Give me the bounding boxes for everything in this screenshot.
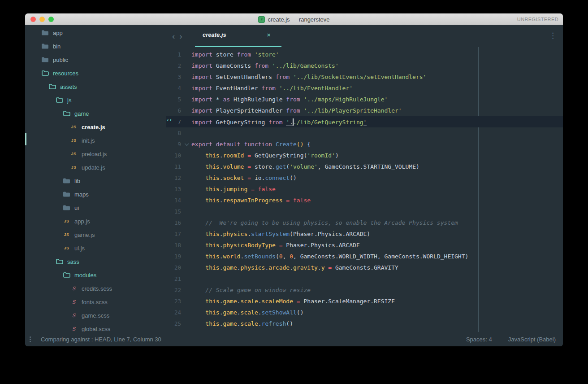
code-lines: 1import store from 'store'2import GameCo… <box>166 49 563 329</box>
code-line-23[interactable]: 23 this.game.scale.scaleMode = Phaser.Sc… <box>166 296 563 307</box>
sidebar-item-sass[interactable]: sass <box>25 255 166 268</box>
tab-close-icon[interactable]: × <box>267 31 271 39</box>
status-menu-icon[interactable] <box>30 336 31 342</box>
folder-open-icon <box>63 111 70 116</box>
code-line-9[interactable]: 9export default function Create() { <box>166 139 563 150</box>
code-text: import SetEventHandlers from '../lib/Soc… <box>191 74 426 80</box>
tree-item-label: assets <box>60 83 77 90</box>
folder-closed-icon <box>63 192 70 197</box>
folder-closed-icon <box>41 30 49 35</box>
sidebar-item-ui[interactable]: ui <box>25 201 166 214</box>
code-line-6[interactable]: 6import PlayerSpriteHandler from '../lib… <box>166 105 563 116</box>
sidebar-item-maps[interactable]: maps <box>25 188 166 201</box>
tree-item-label: public <box>53 57 68 63</box>
sidebar-item-lib[interactable]: lib <box>25 174 166 188</box>
code-line-2[interactable]: 2import GameConsts from '../lib/GameCons… <box>166 60 563 71</box>
indentation-status[interactable]: Spaces: 4 <box>466 336 492 343</box>
tab-label: create.js <box>203 31 226 38</box>
syntax-status[interactable]: JavaScript (Babel) <box>508 336 556 343</box>
sidebar-selection-indicator <box>25 133 26 145</box>
folder-closed-icon <box>63 178 70 183</box>
tree-item-label: credits.scss <box>82 285 112 292</box>
sidebar-item-preload-js[interactable]: JSpreload.js <box>25 147 166 161</box>
code-line-7[interactable]: ‘’7import GetQueryString from '../lib/Ge… <box>166 116 563 127</box>
sidebar-item-ui-js[interactable]: JSui.js <box>25 241 166 255</box>
code-text: import PlayerSpriteHandler from '../lib/… <box>191 107 402 114</box>
code-line-4[interactable]: 4import EventHandler from '../lib/EventH… <box>166 83 563 94</box>
tab-create-js[interactable]: create.js × <box>195 25 281 47</box>
code-text: this.respawnInProgress = false <box>191 197 311 204</box>
code-line-16[interactable]: 16 // We're going to be using physics, s… <box>166 217 563 228</box>
code-line-11[interactable]: 11 this.volume = store.get('volume', Gam… <box>166 161 563 172</box>
sidebar-item-resources[interactable]: resources <box>25 66 166 80</box>
tree-item-label: resources <box>53 70 78 77</box>
code-line-18[interactable]: 18 this.physicsBodyType = Phaser.Physics… <box>166 240 563 251</box>
folder-open-icon <box>63 272 70 278</box>
fold-chevron-icon[interactable] <box>185 141 189 146</box>
code-line-3[interactable]: 3import SetEventHandlers from '../lib/So… <box>166 71 563 83</box>
code-text: this.game.physics.arcade.gravity.y = Gam… <box>191 264 398 271</box>
line-number: 7 <box>172 118 181 125</box>
sidebar-item-update-js[interactable]: JSupdate.js <box>25 161 166 174</box>
folder-open-icon <box>48 84 56 89</box>
code-line-8[interactable]: 8 <box>166 127 563 139</box>
code-line-1[interactable]: 1import store from 'store' <box>166 49 563 60</box>
sidebar-item-fonts-scss[interactable]: Sfonts.scss <box>25 295 166 309</box>
code-text: this.game.scale.setShowAll() <box>191 309 304 316</box>
sidebar-item-init-js[interactable]: JSinit.js <box>25 134 166 147</box>
tree-item-label: init.js <box>82 137 95 144</box>
sidebar-item-assets[interactable]: assets <box>25 80 166 93</box>
code-text: export default function Create() { <box>191 141 311 148</box>
line-number: 13 <box>172 186 181 192</box>
code-line-22[interactable]: 22 // Scale game on window resize <box>166 284 563 296</box>
back-arrow-icon[interactable]: ‹ <box>172 32 175 40</box>
sidebar-item-bin[interactable]: bin <box>25 39 166 53</box>
tree-item-label: sass <box>67 258 79 265</box>
code-line-24[interactable]: 24 this.game.scale.setShowAll() <box>166 307 563 318</box>
code-editor[interactable]: 1import store from 'store'2import GameCo… <box>166 47 563 332</box>
tree-item-label: js <box>67 97 71 104</box>
sidebar-item-game-js[interactable]: JSgame.js <box>25 228 166 241</box>
code-line-12[interactable]: 12 this.socket = io.connect() <box>166 172 563 183</box>
line-number: 11 <box>172 163 181 170</box>
code-line-17[interactable]: 17 this.physics.startSystem(Phaser.Physi… <box>166 228 563 240</box>
overflow-menu-icon[interactable]: ⋮ <box>549 31 557 41</box>
sidebar-item-game[interactable]: game <box>25 107 166 120</box>
modified-line-icon: ‘’ <box>166 119 172 125</box>
line-number: 3 <box>172 74 181 80</box>
sidebar-item-game-scss[interactable]: Sgame.scss <box>25 309 166 322</box>
sidebar-item-modules[interactable]: modules <box>25 268 166 282</box>
code-line-15[interactable]: 15 <box>166 206 563 217</box>
line-number: 14 <box>172 197 181 204</box>
code-line-13[interactable]: 13 this.jumping = false <box>166 183 563 195</box>
sidebar-item-create-js[interactable]: JScreate.js <box>25 120 166 134</box>
code-text: import GetQueryString from '../lib/GetQu… <box>191 118 367 126</box>
code-line-5[interactable]: 5import * as HighRuleJungle from '../map… <box>166 94 563 105</box>
sidebar-item-js[interactable]: js <box>25 93 166 107</box>
code-text: this.physicsBodyType = Phaser.Physics.AR… <box>191 242 360 249</box>
forward-arrow-icon[interactable]: › <box>179 32 182 40</box>
code-line-10[interactable]: 10 this.roomId = GetQueryString('roomId'… <box>166 150 563 161</box>
line-number: 18 <box>172 242 181 249</box>
code-line-21[interactable]: 21 <box>166 273 563 284</box>
code-line-20[interactable]: 20 this.game.physics.arcade.gravity.y = … <box>166 262 563 273</box>
line-number: 22 <box>172 287 181 293</box>
tree-item-label: fonts.scss <box>82 299 108 305</box>
editor-pane: ‹ › create.js × ⋮ 1import store from 'st… <box>166 25 563 332</box>
line-number: 23 <box>172 298 181 305</box>
tab-bar: ‹ › create.js × ⋮ <box>166 25 563 47</box>
sidebar-item-public[interactable]: public <box>25 53 166 66</box>
code-line-25[interactable]: 25 this.game.scale.refresh() <box>166 318 563 329</box>
sidebar-item-credits-scss[interactable]: Scredits.scss <box>25 282 166 295</box>
code-line-14[interactable]: 14 this.respawnInProgress = false <box>166 195 563 206</box>
code-line-19[interactable]: 19 this.world.setBounds(0, 0, GameConsts… <box>166 251 563 262</box>
code-text: this.physics.startSystem(Phaser.Physics.… <box>191 231 370 237</box>
code-text: this.world.setBounds(0, 0, GameConsts.WO… <box>191 253 468 260</box>
sidebar-item-app-js[interactable]: JSapp.js <box>25 214 166 228</box>
sidebar-item-app[interactable]: app <box>25 26 166 39</box>
line-number: 12 <box>172 175 181 181</box>
window-title-group: ✳ create.js — rangersteve <box>25 13 563 25</box>
sidebar-item-global-scss[interactable]: Sglobal.scss <box>25 322 166 332</box>
tree-item-label: preload.js <box>82 151 107 157</box>
fold-column <box>181 143 191 146</box>
